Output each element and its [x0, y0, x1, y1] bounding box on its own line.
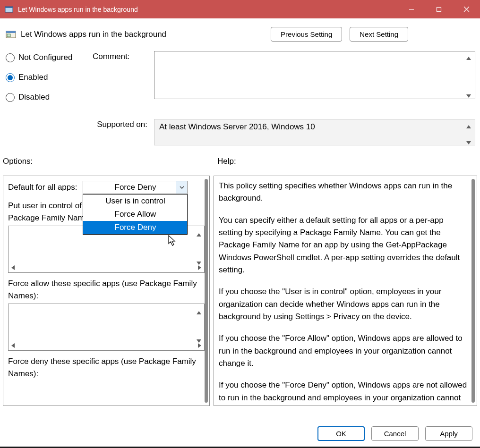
help-paragraph: This policy setting specifies whether Wi… — [219, 180, 467, 205]
footer-buttons: OK Cancel Apply — [317, 426, 472, 441]
upper-section: Not Configured Enabled Disabled Comment: — [0, 42, 480, 112]
supported-on-field: At least Windows Server 2016, Windows 10 — [154, 119, 475, 145]
apply-button[interactable]: Apply — [425, 426, 472, 441]
help-scrollbar[interactable] — [471, 179, 475, 403]
help-label: Help: — [217, 157, 236, 166]
scroll-left-icon[interactable] — [11, 265, 15, 270]
radio-icon — [6, 93, 15, 102]
help-panel: This policy setting specifies whether Wi… — [214, 176, 477, 406]
scroll-right-icon[interactable] — [198, 265, 201, 270]
cancel-button[interactable]: Cancel — [371, 426, 419, 441]
scroll-up-icon[interactable] — [197, 306, 202, 312]
force-allow-label: Force allow these specific apps (use Pac… — [8, 278, 205, 302]
radio-label: Not Configured — [18, 53, 72, 62]
scroll-down-icon[interactable] — [466, 91, 472, 97]
horizontal-scrollbar[interactable] — [9, 263, 204, 272]
help-paragraph: If you choose the "Force Allow" option, … — [219, 332, 467, 370]
supported-label: Supported on: — [93, 119, 154, 129]
combo-option-force-allow[interactable]: Force Allow — [83, 208, 187, 221]
supported-on-value: At least Windows Server 2016, Windows 10 — [159, 122, 315, 131]
options-panel: Default for all apps: Force Deny User is… — [3, 176, 210, 406]
window-buttons — [398, 0, 480, 18]
upper-fields — [154, 51, 475, 112]
svg-rect-1 — [5, 7, 13, 8]
combo-option-user-in-control[interactable]: User is in control — [83, 194, 187, 208]
comment-textarea[interactable] — [154, 51, 475, 99]
titlebar: Let Windows apps run in the background — [0, 0, 480, 18]
radio-label: Disabled — [18, 93, 50, 102]
help-paragraph: If you choose the "Force Deny" option, W… — [219, 379, 467, 406]
combobox-dropdown: User is in control Force Allow Force Den… — [83, 194, 188, 235]
ok-button[interactable]: OK — [317, 426, 365, 441]
help-paragraph: If you choose the "User is in control" o… — [219, 286, 467, 323]
scroll-up-icon[interactable] — [466, 121, 472, 127]
svg-rect-3 — [437, 7, 441, 11]
force-deny-label: Force deny these specific apps (use Pack… — [8, 355, 205, 380]
scroll-up-icon[interactable] — [197, 228, 202, 234]
scroll-right-icon[interactable] — [198, 343, 201, 348]
gpedit-policy-window: Let Windows apps run in the background L… — [0, 0, 480, 447]
options-scrollbar[interactable] — [205, 179, 208, 403]
svg-rect-8 — [7, 34, 10, 37]
maximize-button[interactable] — [425, 0, 453, 18]
supported-row: Supported on: At least Windows Server 20… — [0, 112, 480, 145]
comment-label: Comment: — [93, 51, 154, 112]
scroll-down-icon[interactable] — [197, 256, 202, 262]
help-paragraph: You can specify either a default setting… — [219, 214, 467, 277]
policy-header: Let Windows apps run in the background P… — [0, 18, 480, 42]
minimize-button[interactable] — [398, 0, 425, 18]
default-apps-combobox[interactable]: Force Deny User is in control Force Allo… — [83, 181, 188, 194]
radio-enabled[interactable]: Enabled — [6, 73, 93, 82]
scroll-left-icon[interactable] — [11, 343, 15, 348]
chevron-down-icon[interactable] — [176, 181, 187, 194]
window-system-icon — [5, 5, 13, 14]
close-button[interactable] — [453, 0, 480, 18]
combo-option-force-deny[interactable]: Force Deny — [83, 221, 187, 234]
scroll-down-icon[interactable] — [466, 137, 472, 143]
section-labels: Options: Help: — [0, 145, 480, 166]
policy-icon — [6, 29, 16, 40]
scroll-up-icon[interactable] — [466, 53, 472, 59]
default-for-all-apps-label: Default for all apps: — [8, 181, 77, 194]
options-label: Options: — [3, 157, 217, 166]
horizontal-scrollbar[interactable] — [9, 341, 204, 350]
radio-disabled[interactable]: Disabled — [6, 93, 93, 102]
state-radio-group: Not Configured Enabled Disabled — [6, 51, 93, 112]
radio-icon — [6, 53, 15, 62]
lower-section: Default for all apps: Force Deny User is… — [0, 166, 480, 406]
svg-rect-7 — [6, 31, 16, 33]
previous-setting-button[interactable]: Previous Setting — [271, 27, 342, 42]
combobox-value: Force Deny — [115, 181, 156, 194]
radio-not-configured[interactable]: Not Configured — [6, 53, 93, 62]
combobox-display[interactable]: Force Deny — [83, 181, 188, 194]
radio-icon — [6, 73, 15, 82]
scroll-down-icon[interactable] — [197, 334, 202, 340]
radio-label: Enabled — [18, 73, 48, 82]
nav-buttons: Previous Setting Next Setting — [271, 27, 408, 42]
next-setting-button[interactable]: Next Setting — [350, 27, 408, 42]
force-allow-listbox[interactable] — [8, 304, 205, 351]
window-title: Let Windows apps run in the background — [18, 6, 398, 13]
default-for-all-apps-row: Default for all apps: Force Deny User is… — [8, 181, 205, 194]
policy-title: Let Windows apps run in the background — [21, 30, 271, 39]
